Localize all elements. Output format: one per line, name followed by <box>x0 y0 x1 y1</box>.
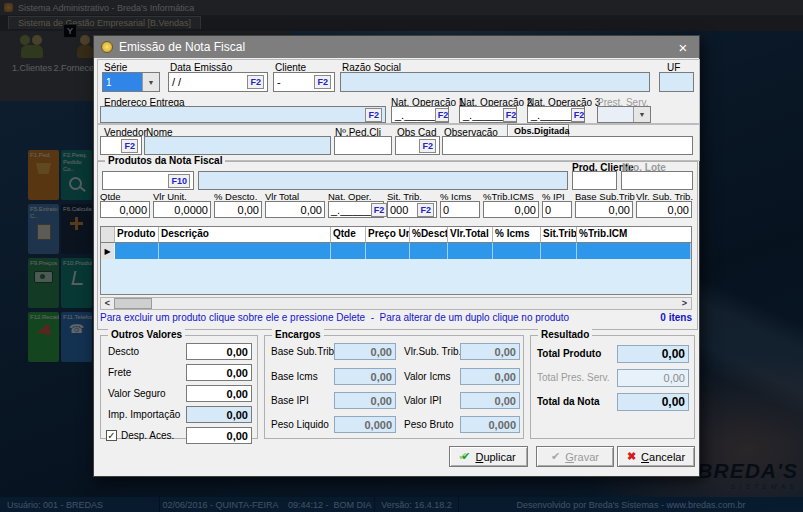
enc-peso-liquido-field: 0,000 <box>334 416 396 433</box>
prest-serv-combobox: ▼ <box>597 106 651 123</box>
cliente-field[interactable]: - F2 <box>273 72 335 92</box>
vlr-sub-trib-label: Vlr.Sub. Trib. <box>404 346 461 357</box>
total-produto-label: Total Produto <box>537 348 601 359</box>
produtos-table[interactable]: Produto Descrição Qtde Preço Unit. %Desc… <box>100 226 692 295</box>
table-row[interactable]: ▶ <box>101 243 691 259</box>
detail-pct-descto: % Descto. 0,00 <box>214 191 262 218</box>
row-selector-header <box>101 227 115 243</box>
produto-descricao-field[interactable] <box>198 171 568 190</box>
nota-fiscal-icon <box>101 41 113 53</box>
base-sub-trib-label: Base Sub.Trib. <box>271 346 337 357</box>
vendedor-field[interactable]: F2 <box>100 136 142 155</box>
detail-sit-trib: Sit. Trib. 000 F2 <box>387 191 437 218</box>
cliente-f2-button[interactable]: F2 <box>314 75 331 89</box>
desp-aces-checkbox[interactable]: ✓ <box>106 430 117 441</box>
enc-base-icms-field: 0,00 <box>334 368 396 385</box>
endereco-entrega-field[interactable]: F2 <box>100 106 386 123</box>
serie-combobox[interactable]: 1 ▼ <box>102 72 160 92</box>
prod-cliente-field[interactable] <box>572 171 617 190</box>
produtos-legend: Produtos da Nota Fiscal <box>105 155 225 166</box>
nome-field[interactable] <box>144 136 331 155</box>
table-empty-area <box>101 259 691 294</box>
nat-operacao-1-f2-button[interactable]: F2 <box>435 108 449 122</box>
descto-label: Descto <box>108 346 139 357</box>
total-pres-serv-field: 0,00 <box>617 369 689 387</box>
total-da-nota-label: Total da Nota <box>537 396 600 407</box>
dialog-titlebar: Emissão de Nota Fiscal × <box>94 36 699 58</box>
table-header-row: Produto Descrição Qtde Preço Unit. %Desc… <box>101 227 691 243</box>
vlr-unit-field[interactable]: 0,0000 <box>153 201 211 218</box>
sit-trib-field[interactable]: 000 F2 <box>387 201 437 218</box>
dialog-body: Série 1 ▼ Data Emissão / / F2 Cliente - … <box>94 58 699 476</box>
base-sub-trib-field[interactable]: 0,00 <box>575 201 633 218</box>
pct-ipi-field[interactable]: 0 <box>542 201 572 218</box>
double-check-icon: ✔ <box>461 451 470 462</box>
pct-trib-icms-field[interactable]: 0,00 <box>483 201 539 218</box>
produto-f10-button[interactable]: F10 <box>168 174 190 188</box>
close-icon[interactable]: × <box>674 40 692 55</box>
obs-cad-f2-button[interactable]: F2 <box>419 139 436 153</box>
data-emissao-f2-button[interactable]: F2 <box>247 75 264 89</box>
detail-vlr-unit: Vlr Unit. 0,0000 <box>153 191 211 218</box>
valor-ipi-label: Valor IPI <box>404 395 442 406</box>
table-horizontal-scrollbar[interactable]: < > <box>100 297 692 310</box>
desp-aces-checkbox-row[interactable]: ✓ Desp. Aces. <box>106 427 174 444</box>
screen: Sistema Administrativo - Breda's Informá… <box>0 0 803 512</box>
nat-oper-f2-button[interactable]: F2 <box>371 203 388 217</box>
pct-icms-field[interactable]: 0 <box>440 201 480 218</box>
nat-operacao-2-field[interactable]: _._____ F2 <box>459 106 517 123</box>
nat-operacao-2-f2-button[interactable]: F2 <box>503 108 517 122</box>
delete-hint-text: Para excluir um produto clique sobre ele… <box>100 312 569 323</box>
nat-oper-field[interactable]: _._____ F2 <box>328 201 384 218</box>
detail-nat-oper: Nat. Oper. _._____ F2 <box>328 191 384 218</box>
data-emissao-field[interactable]: / / F2 <box>168 72 268 92</box>
detail-pct-trib-icms: %Trib.ICMS 0,00 <box>483 191 539 218</box>
num-ped-cli-field[interactable] <box>334 136 392 155</box>
total-pres-serv-label: Total Pres. Serv. <box>537 372 610 383</box>
vlr-total-field[interactable]: 0,00 <box>265 201 325 218</box>
vendedor-f2-button[interactable]: F2 <box>121 139 138 153</box>
endereco-f2-button[interactable]: F2 <box>365 108 382 122</box>
items-count: 0 itens <box>660 312 692 323</box>
razao-social-field[interactable] <box>340 72 650 92</box>
scroll-right-icon[interactable]: > <box>678 298 691 309</box>
detail-vlr-total: Vlr Total 0,00 <box>265 191 325 218</box>
produto-codigo-field[interactable]: F10 <box>102 171 194 190</box>
qtde-field[interactable]: 0,000 <box>100 201 150 218</box>
nat-operacao-1-field[interactable]: _._____ F2 <box>391 106 449 123</box>
nat-operacao-3-field[interactable]: _._____ F2 <box>527 106 585 123</box>
chevron-down-icon[interactable]: ▼ <box>142 73 159 91</box>
detail-pct-ipi: % IPI 0 <box>542 191 572 218</box>
valor-seguro-field[interactable]: 0,00 <box>186 385 252 402</box>
nro-lote-field <box>621 171 693 190</box>
outros-valores-legend: Outros Valores <box>108 329 185 340</box>
total-produto-field: 0,00 <box>617 345 689 363</box>
obs-cad-field[interactable]: F2 <box>395 136 440 155</box>
pct-descto-field[interactable]: 0,00 <box>214 201 262 218</box>
detail-base-sub-trib: Base Sub.Trib 0,00 <box>575 191 633 218</box>
enc-valor-icms-field: 0,00 <box>460 368 520 385</box>
observacao-field[interactable] <box>442 136 693 155</box>
enc-peso-bruto-field: 0,000 <box>460 416 520 433</box>
nat-operacao-3-f2-button[interactable]: F2 <box>571 108 585 122</box>
table-hint-row: Para excluir um produto clique sobre ele… <box>100 312 692 323</box>
descto-field[interactable]: 0,00 <box>186 343 252 360</box>
detail-pct-icms: % Icms 0 <box>440 191 480 218</box>
scrollbar-thumb[interactable] <box>114 298 152 309</box>
valor-icms-label: Valor Icms <box>404 371 451 382</box>
desp-aces-field[interactable]: 0,00 <box>186 427 252 444</box>
vlr-sub-trib-field[interactable]: 0,00 <box>636 201 692 218</box>
uf-field[interactable] <box>659 72 694 92</box>
check-icon: ✔ <box>551 451 560 462</box>
enc-base-ipi-field: 0,00 <box>334 392 396 409</box>
frete-field[interactable]: 0,00 <box>186 364 252 381</box>
sit-trib-f2-button[interactable]: F2 <box>417 203 434 217</box>
detail-vlr-sub-trib: Vlr. Sub. Trib. 0,00 <box>636 191 692 218</box>
imp-importacao-field[interactable]: 0,00 <box>186 406 252 423</box>
enc-vlr-sub-trib-field: 0,00 <box>460 343 520 360</box>
duplicar-button[interactable]: ✔ Duplicar <box>449 446 528 467</box>
scroll-left-icon[interactable]: < <box>101 298 114 309</box>
cancelar-button[interactable]: ✖ Cancelar <box>617 446 695 467</box>
detail-qtde: Qtde 0,000 <box>100 191 150 218</box>
enc-base-sub-trib-field: 0,00 <box>334 343 396 360</box>
